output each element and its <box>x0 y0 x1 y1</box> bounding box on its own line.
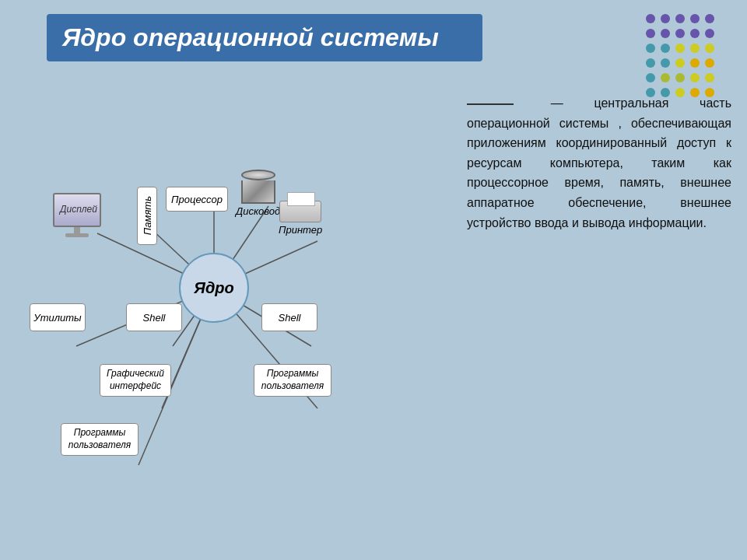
node-utilities: Утилиты <box>30 303 86 331</box>
node-center: Ядро <box>179 253 249 323</box>
decorative-dot <box>661 58 670 68</box>
decorative-dot <box>705 29 714 38</box>
decorative-dot <box>690 29 700 38</box>
decorative-dot <box>646 58 655 68</box>
decorative-dot <box>675 14 685 23</box>
description-text: — центральная часть операционной системы… <box>467 93 731 233</box>
node-processor: Процессор <box>166 187 228 212</box>
decorative-dot <box>661 44 670 53</box>
node-printer: Принтер <box>279 201 322 236</box>
decorative-dot <box>646 44 655 53</box>
decorative-dot <box>661 29 670 38</box>
decorative-dot <box>675 29 685 38</box>
node-display: Дисплей <box>53 193 101 237</box>
decorative-dot <box>705 44 714 53</box>
decorative-dot <box>646 29 655 38</box>
decorative-dot <box>705 58 714 68</box>
node-shell2: Shell <box>261 303 317 331</box>
decorative-dot <box>661 14 670 23</box>
page-title: Ядро операционной системы <box>62 23 467 52</box>
decorative-dot <box>705 73 714 82</box>
decorative-dot <box>661 73 670 82</box>
node-graphics: Графический интерфейс <box>100 364 171 397</box>
decorative-dot <box>646 73 655 82</box>
dash-symbol <box>467 103 514 105</box>
node-programs2: Программы пользователя <box>254 364 331 397</box>
decorative-dots <box>646 14 724 100</box>
decorative-dot <box>690 73 700 82</box>
node-shell1: Shell <box>126 303 182 331</box>
node-programs1: Программы пользователя <box>61 423 139 456</box>
decorative-dot <box>705 14 714 23</box>
decorative-dot <box>675 73 685 82</box>
decorative-dot <box>675 44 685 53</box>
decorative-dot <box>690 44 700 53</box>
node-disk: Дисковод <box>236 170 280 217</box>
decorative-dot <box>675 58 685 68</box>
title-bar: Ядро операционной системы <box>47 14 482 61</box>
decorative-dot <box>646 14 655 23</box>
display-label: Дисплей <box>54 204 103 215</box>
decorative-dot <box>690 58 700 68</box>
decorative-dot <box>690 14 700 23</box>
description-panel: — центральная часть операционной системы… <box>467 93 731 233</box>
node-memory: Память <box>137 187 157 245</box>
